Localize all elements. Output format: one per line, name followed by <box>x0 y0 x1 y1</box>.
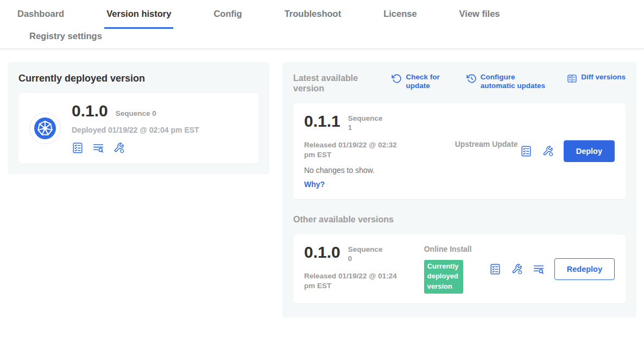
latest-version-actions: Deploy <box>520 140 615 162</box>
deployed-timestamp: Deployed 01/19/22 @ 02:04 pm EST <box>72 126 199 134</box>
tab-version-history[interactable]: Version history <box>104 9 173 29</box>
tab-registry-settings[interactable]: Registry settings <box>27 31 104 48</box>
check-for-update-label: Check for update <box>406 73 449 90</box>
available-versions-header: Latest available version Check for updat… <box>293 73 626 94</box>
other-version-info: 0.1.0 Sequence 0 Released 01/19/22 @ 01:… <box>304 244 424 294</box>
deployed-actions <box>72 142 199 154</box>
kubernetes-wheel <box>33 116 57 140</box>
tab-config[interactable]: Config <box>211 9 244 29</box>
why-link[interactable]: Why? <box>304 180 325 189</box>
latest-sequence: Sequence 1 <box>348 114 383 133</box>
other-version-number: 0.1.0 <box>304 244 340 260</box>
edit-config-icon[interactable] <box>542 145 554 157</box>
diff-icon <box>567 73 577 84</box>
available-versions-panel: Latest available version Check for updat… <box>282 62 636 318</box>
other-version-actions: Redeploy <box>489 258 615 280</box>
edit-config-icon[interactable] <box>511 263 523 275</box>
deployed-version-card: 0.1.0 Sequence 0 Deployed 01/19/22 @ 02:… <box>18 93 258 164</box>
main-content: Currently deployed version <box>0 49 644 331</box>
check-for-update-link[interactable]: Check for update <box>392 73 449 90</box>
latest-version-number: 0.1.1 <box>304 113 340 129</box>
version-row: 0.1.0 Sequence 0 <box>304 244 424 264</box>
nav-tab-row-2: Registry settings <box>0 31 644 48</box>
deployed-version-number: 0.1.0 <box>72 103 108 119</box>
currently-deployed-title: Currently deployed version <box>18 73 258 84</box>
other-versions-title: Other available versions <box>293 214 626 225</box>
version-row: 0.1.0 Sequence 0 <box>72 103 199 119</box>
other-version-source: Online Install <box>424 244 489 254</box>
other-released-timestamp: Released 01/19/22 @ 01:24 pm EST <box>304 271 397 290</box>
redeploy-button[interactable]: Redeploy <box>554 258 615 280</box>
deployed-sequence: Sequence 0 <box>116 109 156 119</box>
preflight-checks-icon[interactable] <box>489 263 501 275</box>
other-version-card: 0.1.0 Sequence 0 Released 01/19/22 @ 01:… <box>293 234 626 303</box>
auto-update-icon <box>466 73 477 84</box>
other-sequence: Sequence 0 <box>348 245 383 264</box>
latest-version-info: 0.1.1 Sequence 1 Released 01/19/22 @ 02:… <box>304 113 455 189</box>
configure-automatic-updates-label: Configure automatic updates <box>481 73 550 90</box>
edit-config-icon[interactable] <box>113 142 125 154</box>
tab-troubleshoot[interactable]: Troubleshoot <box>282 9 344 29</box>
tab-license[interactable]: License <box>381 9 419 29</box>
currently-deployed-panel: Currently deployed version <box>8 62 269 175</box>
refresh-icon <box>392 73 402 84</box>
diff-versions-label: Diff versions <box>581 73 626 82</box>
latest-version-source: Upstream Update <box>455 139 520 189</box>
tab-view-files[interactable]: View files <box>457 9 502 29</box>
version-row: 0.1.1 Sequence 1 <box>304 113 455 133</box>
tab-dashboard[interactable]: Dashboard <box>15 9 66 29</box>
latest-version-card: 0.1.1 Sequence 1 Released 01/19/22 @ 02:… <box>293 103 626 199</box>
latest-available-title: Latest available version <box>293 73 375 94</box>
view-logs-icon[interactable] <box>92 142 104 154</box>
diff-versions-link[interactable]: Diff versions <box>567 73 626 84</box>
configure-automatic-updates-link[interactable]: Configure automatic updates <box>466 73 550 90</box>
no-changes-text: No changes to show. <box>304 166 455 175</box>
top-nav: Dashboard Version history Config Trouble… <box>0 0 644 49</box>
kubernetes-logo-icon <box>29 113 61 144</box>
latest-released-timestamp: Released 01/19/22 @ 02:32 pm EST <box>304 140 397 159</box>
nav-tab-row-1: Dashboard Version history Config Trouble… <box>0 9 644 29</box>
other-version-source-col: Online Install Currently deployed versio… <box>424 244 489 294</box>
deploy-button[interactable]: Deploy <box>564 140 615 162</box>
deployed-version-info: 0.1.0 Sequence 0 Deployed 01/19/22 @ 02:… <box>72 103 199 154</box>
view-logs-icon[interactable] <box>533 263 545 275</box>
currently-deployed-badge: Currently deployed version <box>424 260 463 294</box>
preflight-checks-icon[interactable] <box>520 145 532 157</box>
preflight-checks-icon[interactable] <box>72 142 84 154</box>
